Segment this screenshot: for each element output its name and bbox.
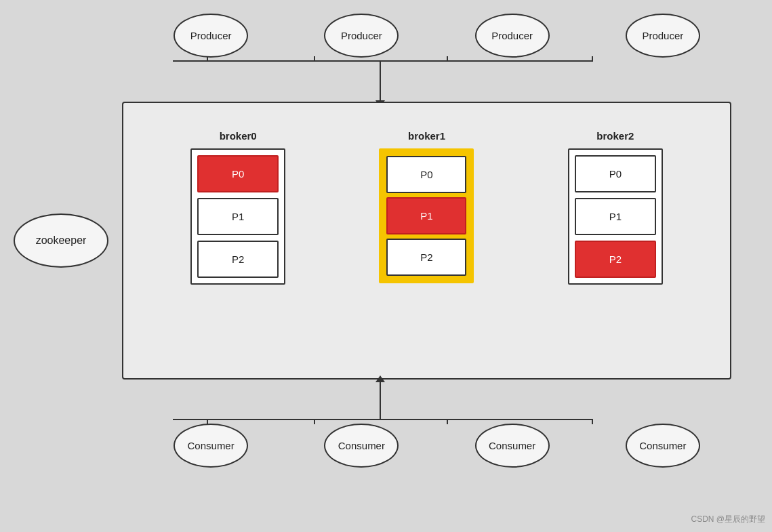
- producer-label-3: Producer: [491, 30, 533, 41]
- consumer-label-2: Consumer: [338, 440, 385, 451]
- prod-vline-1: [207, 56, 208, 62]
- zookeeper-node: zookeeper: [14, 213, 108, 268]
- broker2-label: broker2: [596, 130, 634, 142]
- brokers-row: broker0 P0 P1 P2 broker1 P0 P1 P2 broker…: [123, 103, 730, 378]
- diagram: Producer Producer Producer Producer zook…: [0, 0, 772, 532]
- broker0-partition-2: P2: [197, 241, 279, 278]
- broker1-partition-2: P2: [386, 239, 466, 276]
- consumer-label-1: Consumer: [188, 440, 235, 451]
- broker1-label: broker1: [408, 130, 445, 142]
- prod-vline-4: [592, 56, 593, 62]
- consumer-node-4: Consumer: [626, 424, 700, 468]
- producers-row: Producer Producer Producer Producer: [136, 14, 738, 58]
- broker1-partition-0: P0: [386, 156, 466, 193]
- arrow-up-consumers: [380, 381, 381, 419]
- consumer-label-3: Consumer: [489, 440, 535, 451]
- consumer-node-3: Consumer: [475, 424, 550, 468]
- consumer-node-2: Consumer: [324, 424, 399, 468]
- broker2-inner: P0 P1 P2: [568, 148, 663, 285]
- prod-vline-3: [447, 56, 448, 62]
- watermark-text: CSDN @星辰的野望: [691, 514, 765, 524]
- broker1-inner: P0 P1 P2: [379, 148, 474, 283]
- broker-container: broker0 P0 P1 P2 broker1 P0 P1 P2 broker…: [122, 102, 731, 380]
- broker0-label: broker0: [220, 130, 257, 142]
- broker0-partition-1: P1: [197, 198, 279, 235]
- prod-vline-2: [314, 56, 315, 62]
- producer-label-2: Producer: [341, 30, 382, 41]
- producer-label-1: Producer: [190, 30, 232, 41]
- watermark: CSDN @星辰的野望: [691, 514, 765, 525]
- arrow-down-producers: [380, 61, 381, 102]
- consumers-row: Consumer Consumer Consumer Consumer: [136, 424, 738, 468]
- consumers-hline: [173, 419, 593, 420]
- broker1-box: broker1 P0 P1 P2: [372, 130, 481, 283]
- broker2-box: broker2 P0 P1 P2: [561, 130, 670, 285]
- broker2-partition-0: P0: [575, 155, 656, 192]
- broker0-box: broker0 P0 P1 P2: [184, 130, 292, 285]
- consumer-label-4: Consumer: [639, 440, 686, 451]
- producer-label-4: Producer: [642, 30, 683, 41]
- broker0-partition-0: P0: [197, 155, 279, 192]
- broker2-partition-2: P2: [575, 241, 656, 278]
- zookeeper-container: zookeeper: [14, 213, 108, 268]
- producer-node-4: Producer: [626, 14, 700, 58]
- producer-node-3: Producer: [475, 14, 550, 58]
- zookeeper-label: zookeeper: [36, 234, 87, 247]
- producer-node-1: Producer: [174, 14, 248, 58]
- broker1-partition-1: P1: [386, 197, 466, 234]
- consumer-node-1: Consumer: [174, 424, 248, 468]
- broker0-inner: P0 P1 P2: [190, 148, 285, 285]
- producer-node-2: Producer: [324, 14, 399, 58]
- producers-hline: [173, 60, 593, 62]
- broker2-partition-1: P1: [575, 198, 656, 235]
